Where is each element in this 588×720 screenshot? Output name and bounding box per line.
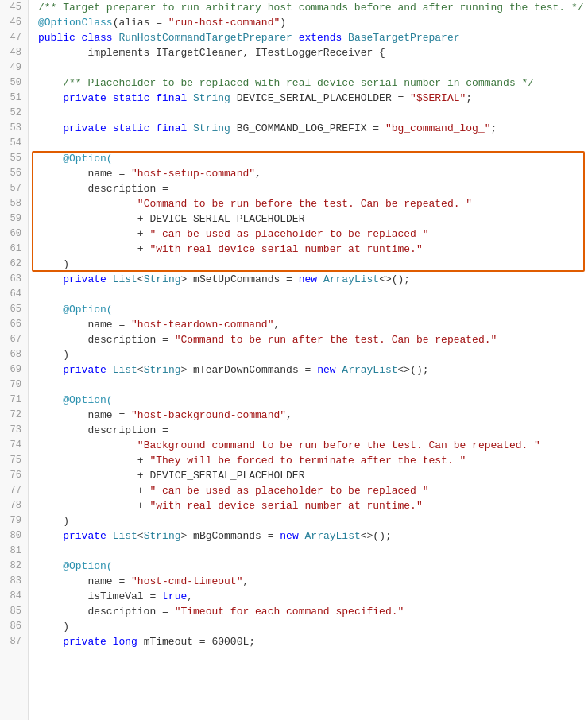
line-number: 53 xyxy=(6,121,21,136)
line-number: 84 xyxy=(6,589,21,604)
line-number: 47 xyxy=(6,30,21,45)
line-number: 85 xyxy=(6,604,21,619)
code-line: name = "host-setup-command", xyxy=(38,166,588,181)
code-line xyxy=(38,287,588,302)
code-line xyxy=(38,106,588,121)
token: ArrayList xyxy=(305,530,361,542)
code-line: "Background command to be run before the… xyxy=(38,438,588,453)
code-line xyxy=(38,60,588,75)
code-line: description = "Timeout for each command … xyxy=(38,604,588,619)
token: ArrayList xyxy=(323,273,379,285)
line-number: 65 xyxy=(6,302,21,317)
token: > mSetUpCommands = xyxy=(180,273,298,285)
token: + xyxy=(38,243,149,255)
token: > mBgCommands = xyxy=(180,530,280,542)
line-number: 81 xyxy=(6,544,21,559)
code-panel: /** Target preparer to run arbitrary hos… xyxy=(29,0,588,720)
line-number: 48 xyxy=(6,45,21,60)
line-numbers-panel: 4546474849505152535455565758596061626364… xyxy=(0,0,29,720)
token: + DEVICE_SERIAL_PLACEHOLDER xyxy=(38,213,304,225)
token: ) xyxy=(38,258,69,270)
token: description = xyxy=(38,334,175,346)
token: > mTearDownCommands = xyxy=(180,364,317,376)
token: @Option( xyxy=(38,304,113,315)
token: name = xyxy=(38,168,131,180)
token: "Background command to be run before the… xyxy=(137,439,540,451)
token: DEVICE_SERIAL_PLACEHOLDER = xyxy=(237,92,410,104)
token: @Option( xyxy=(38,153,113,165)
token: BG_COMMAND_LOG_PREFIX = xyxy=(237,122,385,134)
token: private xyxy=(63,364,112,376)
line-number: 74 xyxy=(6,438,21,453)
code-line xyxy=(38,377,588,393)
code-line: private static final String DEVICE_SERIA… xyxy=(38,91,588,106)
code-line: implements ITargetCleaner, ITestLoggerRe… xyxy=(38,45,588,60)
code-line: private List<String> mTearDownCommands =… xyxy=(38,362,588,377)
code-line: ) xyxy=(38,347,588,362)
token: ArrayList xyxy=(342,364,397,376)
token: , xyxy=(187,590,193,602)
code-line: ) xyxy=(38,257,588,272)
code-line: @Option( xyxy=(38,151,588,166)
code-editor: 4546474849505152535455565758596061626364… xyxy=(0,0,588,720)
token xyxy=(38,92,63,104)
code-line: ) xyxy=(38,619,588,634)
code-line: @OptionClass(alias = "run-host-command") xyxy=(38,15,588,30)
code-line: + " can be used as placeholder to be rep… xyxy=(38,483,588,498)
token: "Command to be run after the test. Can b… xyxy=(175,334,497,346)
token: private static final xyxy=(63,122,193,134)
code-line xyxy=(38,544,588,559)
token: ) xyxy=(38,515,69,527)
code-line: private List<String> mSetUpCommands = ne… xyxy=(38,272,588,287)
line-number: 82 xyxy=(6,559,21,574)
code-line: + "They will be forced to terminate afte… xyxy=(38,453,588,468)
token: mTimeout = 60000L; xyxy=(144,636,255,648)
token: /** Target preparer to run arbitrary hos… xyxy=(38,2,584,14)
line-number: 56 xyxy=(6,166,21,181)
token: "Command to be run before the test. Can … xyxy=(137,198,472,210)
token: @OptionClass xyxy=(38,17,113,29)
token: "host-teardown-command" xyxy=(131,319,273,331)
line-number: 63 xyxy=(6,272,21,287)
token: description = xyxy=(38,606,175,617)
line-number: 83 xyxy=(6,574,21,589)
token xyxy=(38,198,137,210)
code-line: @Option( xyxy=(38,393,588,408)
line-number: 55 xyxy=(6,151,21,166)
line-number: 46 xyxy=(6,15,21,30)
token: isTimeVal = xyxy=(38,590,162,602)
token: "host-cmd-timeout" xyxy=(131,575,242,587)
token: <>(); xyxy=(398,364,429,376)
code-line: description = "Command to be run after t… xyxy=(38,332,588,347)
code-line: + "with real device serial number at run… xyxy=(38,498,588,513)
token: ) xyxy=(38,349,69,361)
line-number: 68 xyxy=(6,347,21,362)
token: " can be used as placeholder to be repla… xyxy=(149,228,428,240)
code-line: @Option( xyxy=(38,559,588,574)
line-number: 61 xyxy=(6,242,21,257)
line-number: 54 xyxy=(6,136,21,151)
code-line: name = "host-background-command", xyxy=(38,408,588,423)
line-number: 80 xyxy=(6,528,21,544)
token: description = xyxy=(38,183,168,195)
line-number: 60 xyxy=(6,226,21,242)
line-number: 62 xyxy=(6,257,21,272)
token: long xyxy=(113,636,144,648)
line-number: 52 xyxy=(6,106,21,121)
token xyxy=(38,364,63,376)
token: String xyxy=(144,273,181,285)
token: "host-setup-command" xyxy=(131,168,255,180)
token: name = xyxy=(38,319,131,331)
token: public xyxy=(38,32,82,44)
token: "bg_command_log_" xyxy=(385,122,491,134)
line-number: 69 xyxy=(6,362,21,377)
token xyxy=(38,636,63,648)
token: private xyxy=(63,273,112,285)
line-number: 57 xyxy=(6,181,21,196)
token: true xyxy=(162,590,187,602)
code-line: private List<String> mBgCommands = new A… xyxy=(38,528,588,544)
line-number: 78 xyxy=(6,498,21,513)
token: List xyxy=(113,364,137,376)
code-line: + "with real device serial number at run… xyxy=(38,242,588,257)
line-number: 86 xyxy=(6,619,21,634)
